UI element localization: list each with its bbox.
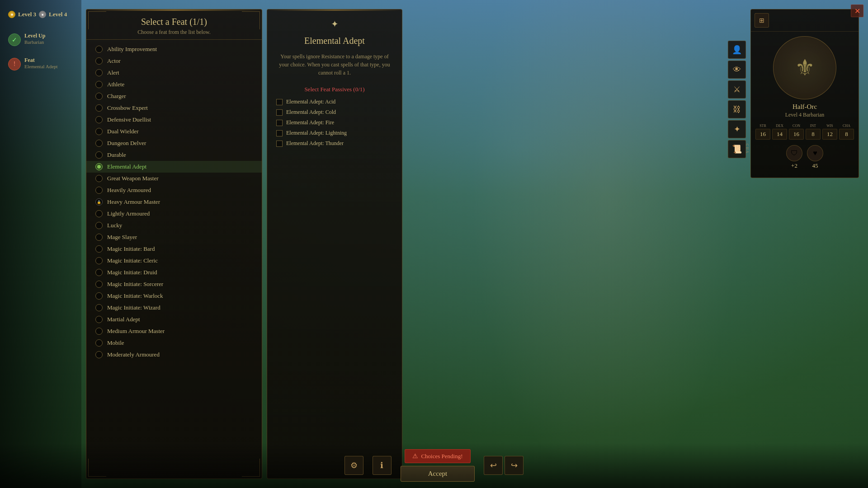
feat-list-item[interactable]: Medium Armour Master	[86, 325, 262, 337]
level4-dot: ●	[39, 11, 46, 18]
nav-sparkle-icon-btn[interactable]: ✦	[728, 120, 746, 138]
stat-value: 8	[839, 129, 854, 140]
character-panel: ⊞ ⚜ Half-Orc Level 4 Barbarian STRDEXCON…	[750, 9, 859, 178]
feat-list-item[interactable]: Magic Initiate: Cleric	[86, 255, 262, 267]
feat-panel-header: Select a Feat (1/1) Choose a feat from t…	[86, 9, 262, 40]
stat-value: 12	[822, 129, 837, 140]
passive-list-item[interactable]: Elemental Adept: Lightning	[276, 130, 393, 136]
sidebar-item-feat[interactable]: ! Feat Elemental Adept	[5, 53, 77, 74]
feat-list-item[interactable]: Dungeon Delver	[86, 137, 262, 149]
feat-list-item[interactable]: Alert	[86, 67, 262, 79]
feat-list-item[interactable]: Ability Improvement	[86, 43, 262, 55]
passive-checkbox	[276, 130, 283, 136]
feat-list-item[interactable]: Heavily Armoured	[86, 184, 262, 196]
feat-radio	[95, 245, 103, 253]
char-weapon-icon: ⚜	[795, 55, 815, 81]
feat-radio	[95, 104, 103, 112]
accept-button[interactable]: Accept	[401, 466, 475, 482]
feat-list-item[interactable]: Crossbow Expert	[86, 102, 262, 114]
feat-selection-panel: Select a Feat (1/1) Choose a feat from t…	[86, 9, 262, 479]
feat-list-item[interactable]: Actor	[86, 55, 262, 67]
feat-title: Feat	[24, 57, 58, 64]
bottom-left-icon-btn[interactable]: ⚙	[344, 456, 363, 475]
feat-radio	[95, 351, 103, 358]
gear-icon: ⚙	[350, 460, 358, 470]
nav-scroll-icon-btn[interactable]: 📜	[728, 140, 746, 158]
feat-radio	[95, 140, 103, 147]
feat-list-item[interactable]: Heavy Armour Master	[86, 196, 262, 208]
stat-label: CHA	[839, 124, 854, 128]
feat-list-item[interactable]: Martial Adept	[86, 314, 262, 325]
bottom-center: ⚠ Choices Pending! Accept	[401, 449, 475, 482]
feat-radio	[95, 187, 103, 194]
feat-label: Feat Elemental Adept	[24, 57, 58, 69]
feat-radio	[95, 69, 103, 76]
choices-pending-label: Choices Pending!	[421, 453, 462, 460]
passive-list-item[interactable]: Elemental Adept: Acid	[276, 99, 393, 105]
sidebar-item-levelup[interactable]: ✓ Level Up Barbarian	[5, 29, 77, 50]
nav-eye-icon-btn[interactable]: 👁	[728, 61, 746, 79]
undo-icon: ↩	[490, 460, 497, 470]
choices-pending-button[interactable]: ⚠ Choices Pending!	[405, 449, 470, 463]
feat-list-item[interactable]: Durable	[86, 149, 262, 161]
sword-icon: ⚔	[733, 84, 741, 94]
feat-item-name: Elemental Adept	[107, 163, 146, 170]
feat-panel-title: Select a Feat (1/1)	[95, 17, 253, 27]
feat-radio	[95, 93, 103, 100]
feat-item-name: Actor	[107, 57, 121, 65]
passive-item-name: Elemental Adept: Thunder	[286, 140, 344, 147]
undo-button[interactable]: ↩	[484, 456, 503, 475]
feat-list-item[interactable]: Defensive Duellist	[86, 114, 262, 126]
feat-item-name: Magic Initiate: Druid	[107, 269, 157, 276]
feat-list-item[interactable]: Lightly Armoured	[86, 208, 262, 220]
char-ac-box: 🛡 +2	[786, 145, 802, 169]
passive-list-item[interactable]: Elemental Adept: Fire	[276, 119, 393, 126]
feat-list[interactable]: Ability ImprovementActorAlertAthleteChar…	[86, 40, 262, 479]
feat-list-item[interactable]: Dual Wielder	[86, 126, 262, 137]
char-portrait-area: ⚜ Half-Orc Level 4 Barbarian STRDEXCONIN…	[751, 32, 859, 178]
feat-item-name: Magic Initiate: Warlock	[107, 292, 163, 300]
feat-list-item[interactable]: Magic Initiate: Druid	[86, 267, 262, 278]
feat-warning-icon: !	[8, 58, 21, 70]
passive-list-item[interactable]: Elemental Adept: Thunder	[276, 140, 393, 147]
close-button[interactable]: ✕	[851, 5, 863, 17]
nav-sword-icon-btn[interactable]: ⚔	[728, 80, 746, 99]
passive-item-name: Elemental Adept: Lightning	[286, 130, 347, 136]
feat-list-item[interactable]: Magic Initiate: Wizard	[86, 302, 262, 314]
bottom-left-icon2-btn[interactable]: ℹ	[373, 456, 392, 475]
feat-list-item[interactable]: Lucky	[86, 220, 262, 231]
passive-list-item[interactable]: Elemental Adept: Cold	[276, 109, 393, 116]
side-nav: 👤 👁 ⚔ ⛓ ✦ 📜	[728, 41, 746, 158]
char-portrait-btn[interactable]: ⊞	[755, 13, 769, 28]
feat-list-item[interactable]: Magic Initiate: Warlock	[86, 290, 262, 302]
char-bottom: 🛡 +2 ♥ 45	[786, 145, 823, 173]
feat-list-item[interactable]: Great Weapon Master	[86, 173, 262, 184]
level3-label: Level 3	[18, 11, 36, 18]
feat-list-item[interactable]: Moderately Armoured	[86, 349, 262, 361]
feat-detail-description: Your spells ignore Resistance to a damag…	[276, 52, 393, 77]
feat-radio	[95, 57, 103, 65]
portrait-icon: ⊞	[759, 17, 764, 24]
feat-radio	[95, 128, 103, 135]
passive-item-name: Elemental Adept: Fire	[286, 119, 334, 126]
feat-list-item[interactable]: Elemental Adept	[86, 161, 262, 173]
levelup-label: Level Up Barbarian	[24, 33, 45, 45]
feat-radio	[95, 292, 103, 300]
passive-checkbox	[276, 120, 283, 126]
feat-item-name: Defensive Duellist	[107, 116, 151, 123]
feat-list-item[interactable]: Mage Slayer	[86, 231, 262, 243]
redo-button[interactable]: ↪	[505, 456, 524, 475]
feat-list-item[interactable]: Magic Initiate: Sorcerer	[86, 278, 262, 290]
stat-value: 14	[772, 129, 787, 140]
nav-chain-icon-btn[interactable]: ⛓	[728, 100, 746, 118]
feat-item-name: Magic Initiate: Sorcerer	[107, 281, 163, 288]
feat-list-item[interactable]: Athlete	[86, 79, 262, 90]
passive-item-name: Elemental Adept: Cold	[286, 109, 336, 116]
feat-detail-title: Elemental Adept	[304, 36, 365, 46]
feat-list-item[interactable]: Mobile	[86, 337, 262, 349]
feat-list-item[interactable]: Charger	[86, 90, 262, 102]
feat-item-name: Heavy Armour Master	[107, 198, 160, 206]
nav-person-icon-btn[interactable]: 👤	[728, 41, 746, 59]
character-panel-top: ⊞	[751, 9, 859, 32]
feat-list-item[interactable]: Magic Initiate: Bard	[86, 243, 262, 255]
